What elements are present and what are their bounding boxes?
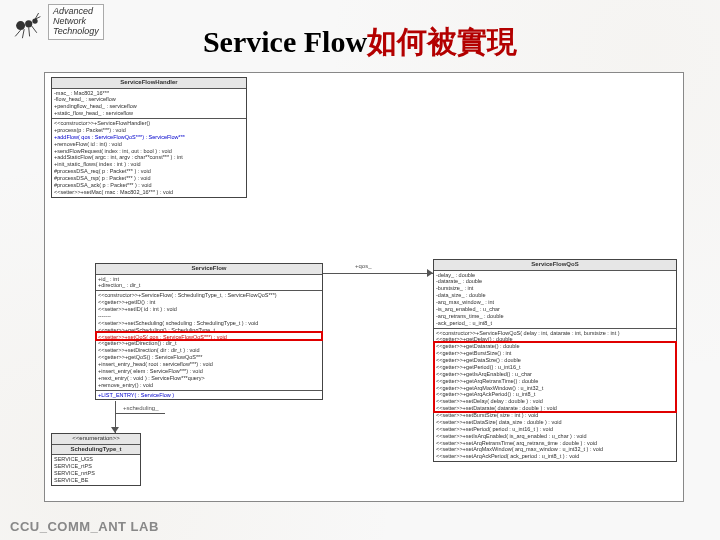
- literal-row: SERVICE_BE: [54, 477, 138, 484]
- assoc-line: [323, 273, 433, 274]
- op-row: +init_static_flows( index : int ) : void: [54, 161, 244, 168]
- op-row: <<setter>>+setID( id : int ) : void: [98, 306, 320, 313]
- op-row: <<setter>>+setBurstSize( size : int ) : …: [436, 412, 674, 419]
- op-row: <<setter>>+setIsArqEnabled( is_arq_enabl…: [436, 433, 674, 440]
- uml-diagram: ServiceFlowHandler -mac_ : Mac802_16*** …: [44, 72, 684, 502]
- literal-row: SERVICE_rtPS: [54, 463, 138, 470]
- class-attrs: -mac_ : Mac802_16*** -flow_head_ : servi…: [52, 88, 246, 119]
- op-row: +remove_entry() : void: [98, 382, 320, 389]
- attr-row: -data_size_ : double: [436, 292, 674, 299]
- op-row: #processDSA_rsp( p : Packet*** ) : void: [54, 175, 244, 182]
- op-row: <<getter>>+getDataSize() : double: [436, 357, 674, 364]
- attr-row: -arq_max_window_ : int: [436, 299, 674, 306]
- arrowhead-icon: [427, 269, 433, 277]
- class-serviceflowqos: ServiceFlowQoS -delay_ : double -datarat…: [433, 259, 677, 462]
- op-row: <<setter>>+setScheduling( scheduling : S…: [98, 320, 320, 327]
- class-header: ServiceFlowQoS: [434, 260, 676, 270]
- op-row: <<setter>>+setPeriod( period : u_int16_t…: [436, 426, 674, 433]
- class-list-entry: +LIST_ENTRY( : ServiceFlow ): [96, 390, 322, 400]
- op-row: +removeFlow( id : int) : void: [54, 141, 244, 148]
- arrowhead-icon: [111, 427, 119, 433]
- class-serviceflow: ServiceFlow +id_ : int +direction_ : dir…: [95, 263, 323, 400]
- attr-row: -ack_period_ : u_int8_t: [436, 320, 674, 327]
- literal-row: SERVICE_UGS: [54, 456, 138, 463]
- class-serviceflowhandler: ServiceFlowHandler -mac_ : Mac802_16*** …: [51, 77, 247, 198]
- attr-row: +id_ : int: [98, 276, 320, 283]
- op-row: <<getter>>+getArqRetransTime() : double: [436, 378, 674, 385]
- title-cjk: 如何被實現: [367, 25, 517, 58]
- op-row: <<getter>>+getPeriod() : u_int16_t: [436, 364, 674, 371]
- attr-row: +direction_ : dir_t: [98, 282, 320, 289]
- op-row: <<getter>>+getDirection() : dir_t: [98, 340, 320, 347]
- class-attrs: +id_ : int +direction_ : dir_t: [96, 274, 322, 291]
- enum-stereotype: <<enumeration>>: [52, 434, 140, 444]
- attr-row: +static_flow_head_ : serviceflow: [54, 110, 244, 117]
- op-row: <<getter>>+getScheduling() : SchedulingT…: [98, 327, 320, 334]
- op-row: <<setter>>+setArqAckPeriod( ack_period :…: [436, 453, 674, 460]
- op-row: +process(p : Packet***) : void: [54, 127, 244, 134]
- literal-row: SERVICE_nrtPS: [54, 470, 138, 477]
- attr-row: -burstsize_ : int: [436, 285, 674, 292]
- op-row: <<setter>>+setMac( mac : Mac802_16*** ) …: [54, 189, 244, 196]
- op-row: +LIST_ENTRY( : ServiceFlow ): [98, 392, 320, 399]
- op-row: <<getter>>+getArqMaxWindow() : u_int32_t: [436, 385, 674, 392]
- op-row: #processDSA_req( p : Packet*** ) : void: [54, 168, 244, 175]
- op-row: <<setter>>+setArqMaxWindow( arq_max_wind…: [436, 446, 674, 453]
- title-english: Service Flow: [203, 25, 367, 58]
- op-row: <<setter>>+setDirection( dir : dir_t ) :…: [98, 347, 320, 354]
- op-row: <<getter>>+getBurstSize() : int: [436, 350, 674, 357]
- class-ops: <<constructor>>+ServiceFlow( : Schedulin…: [96, 290, 322, 389]
- op-row: <<setter>>+setDatarate( datarate : doubl…: [436, 405, 674, 412]
- op-row: <<setter>>+setArqRetransTime( arq_retran…: [436, 440, 674, 447]
- op-row: <<constructor>>+ServiceFlowQoS( delay : …: [436, 330, 674, 337]
- enum-name: SchedulingType_t: [52, 444, 140, 455]
- op-row: -------: [98, 313, 320, 320]
- op-row: <<getter>>+getIsArqEnabled() : u_char: [436, 371, 674, 378]
- slide-title: Service Flow如何被實現: [0, 22, 720, 63]
- attr-row: -mac_ : Mac802_16***: [54, 90, 244, 97]
- op-row: +addStaticFlow( argc : int, argv : char*…: [54, 154, 244, 161]
- op-row: <<getter>>+getDatarate() : double: [436, 343, 674, 350]
- enum-schedulingtype: <<enumeration>> SchedulingType_t SERVICE…: [51, 433, 141, 486]
- class-ops: <<constructor>>+ServiceFlowQoS( delay : …: [434, 328, 676, 462]
- op-row: +sendFlowRequest( index : int, out : boo…: [54, 148, 244, 155]
- op-row: +insert_entry( elem : ServiceFlow***) : …: [98, 368, 320, 375]
- op-row: <<getter>>+getArqAckPeriod() : u_int8_t: [436, 391, 674, 398]
- attr-row: -datarate_ : double: [436, 278, 674, 285]
- class-attrs: -delay_ : double -datarate_ : double -bu…: [434, 270, 676, 328]
- attr-row: -delay_ : double: [436, 272, 674, 279]
- op-row: <<setter>>+setQoS( qos : ServiceFlowQoS*…: [98, 334, 320, 341]
- attr-row: -flow_head_ : serviceflow: [54, 96, 244, 103]
- op-row: <<constructor>>+ServiceFlowHandler(): [54, 120, 244, 127]
- footer-lab-label: CCU_COMM_ANT LAB: [10, 519, 159, 534]
- op-row: <<getter>>+getID() : int: [98, 299, 320, 306]
- class-ops: <<constructor>>+ServiceFlowHandler() +pr…: [52, 118, 246, 197]
- attr-row: -arq_retrans_time_ : double: [436, 313, 674, 320]
- class-header: ServiceFlow: [96, 264, 322, 274]
- attr-row: -is_arq_enabled_ : u_char: [436, 306, 674, 313]
- assoc-label-scheduling: +scheduling_: [123, 405, 159, 411]
- attr-row: +pendingflow_head_ : serviceflow: [54, 103, 244, 110]
- op-row: <<setter>>+setDataSize( data_size : doub…: [436, 419, 674, 426]
- assoc-line: [115, 413, 165, 414]
- op-row: <<setter>>+setDelay( delay : double ) : …: [436, 398, 674, 405]
- op-row: +insert_entry_head( root : serviceflow**…: [98, 361, 320, 368]
- op-row: <<getter>>+getDelay() : double: [436, 336, 674, 343]
- op-row: +addFlow( qos : ServiceFlowQoS***) : Ser…: [54, 134, 244, 141]
- op-row: +next_entry( : void ) : ServiceFlow***qu…: [98, 375, 320, 382]
- op-row: <<constructor>>+ServiceFlow( : Schedulin…: [98, 292, 320, 299]
- op-row: <<getter>>+getQoS() : ServiceFlowQoS***: [98, 354, 320, 361]
- assoc-label-qos: +qos_: [355, 263, 372, 269]
- op-row: #processDSA_ack( p : Packet*** ) : void: [54, 182, 244, 189]
- enum-literals: SERVICE_UGS SERVICE_rtPS SERVICE_nrtPS S…: [52, 454, 140, 485]
- class-header: ServiceFlowHandler: [52, 78, 246, 88]
